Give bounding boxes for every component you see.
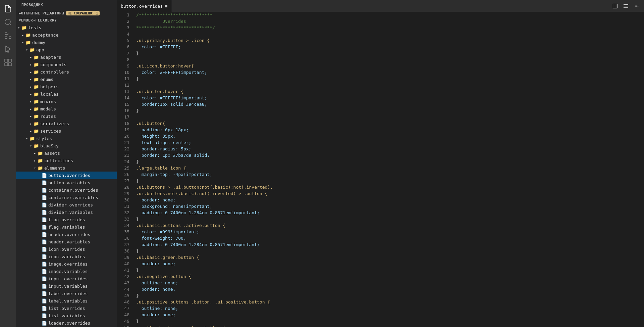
tree-item-list-overrides[interactable]: 📄 list.overrides (16, 305, 117, 312)
extensions-icon[interactable] (2, 56, 14, 68)
code-line-40: border: none; (136, 261, 639, 267)
tree-item-controllers[interactable]: ▸ 📁 controllers (16, 68, 117, 76)
tree-arrow-mixins: ▸ (28, 99, 34, 104)
tree-item-collections[interactable]: ▸ 📁 collections (16, 157, 117, 164)
tree-item-label-variables[interactable]: 📄 label.variables (16, 297, 117, 305)
code-content[interactable]: /**************************** Overrides*… (133, 12, 639, 327)
tree-item-routes[interactable]: ▸ 📁 routes (16, 112, 117, 120)
tree-item-image-variables[interactable]: 📄 image.variables (16, 268, 117, 275)
tree-arrow-collections: ▸ (32, 158, 38, 163)
line-number-27: 27 (117, 178, 129, 184)
svg-point-2 (9, 37, 11, 39)
line-number-16: 16 (117, 107, 129, 114)
project-name: EMBER-FLEXBERRY (21, 18, 57, 22)
tree-item-image-overrides[interactable]: 📄 image.overrides (16, 260, 117, 268)
tree-arrow-serializers: ▸ (28, 121, 34, 126)
search-icon[interactable] (2, 16, 14, 28)
line-number-40: 40 (117, 261, 129, 267)
tree-item-acceptance[interactable]: ▸ 📁 acceptance (16, 31, 117, 39)
tree-item-locales[interactable]: ▸ 📁 locales (16, 90, 117, 98)
source-control-icon[interactable] (2, 30, 14, 42)
line-number-19: 19 (117, 127, 129, 133)
tree-icon-button-overrides: 📄 (42, 173, 47, 178)
tree-icon-input-variables: 📄 (42, 283, 47, 289)
line-number-29: 29 (117, 190, 129, 197)
tree-arrow-elements: ▾ (32, 165, 38, 171)
tree-item-app[interactable]: ▾ 📁 app (16, 46, 117, 53)
tree-item-styles[interactable]: ▾ 📁 styles (16, 135, 117, 142)
tab-button-overrides[interactable]: button.overrides (117, 0, 172, 12)
code-line-38: } (136, 248, 639, 254)
tree-item-flag-variables[interactable]: 📄 flag.variables (16, 223, 117, 231)
tree-item-divider-overrides[interactable]: 📄 divider.overrides (16, 201, 117, 208)
tree-icon-app: 📁 (30, 47, 35, 52)
tree-label-assets: assets (44, 151, 60, 156)
tree-icon-components: 📁 (34, 62, 39, 67)
tree-arrow-flag-variables (36, 224, 42, 230)
tree-label-acceptance: acceptance (32, 33, 58, 38)
tree-icon-header-overrides: 📄 (42, 232, 47, 237)
tree-arrow-bluesky: ▾ (28, 143, 34, 148)
tree-item-container-overrides[interactable]: 📄 container.overrides (16, 186, 117, 194)
code-line-45: } (136, 292, 639, 299)
tree-item-input-overrides[interactable]: 📄 input.overrides (16, 275, 117, 282)
line-number-4: 4 (117, 31, 129, 37)
code-line-17 (136, 114, 639, 120)
tree-arrow-label-overrides (36, 291, 42, 296)
line-number-46: 46 (117, 299, 129, 305)
tree-icon-controllers: 📁 (34, 69, 39, 75)
tree-icon-dummy: 📁 (25, 40, 31, 45)
tree-item-helpers[interactable]: ▸ 📁 helpers (16, 83, 117, 90)
toggle-panel-button[interactable] (621, 1, 631, 11)
tree-item-container-variables[interactable]: 📄 container.variables (16, 194, 117, 201)
tree-item-models[interactable]: ▸ 📁 models (16, 105, 117, 112)
line-number-11: 11 (117, 76, 129, 82)
open-editors-section[interactable]: ▶ ОТКРЫТЫЕ РЕДАКТОРЫ НЕ СОХРАНЕНО: 1 (16, 10, 117, 17)
tree-item-adapters[interactable]: ▸ 📁 adapters (16, 53, 117, 61)
line-number-14: 14 (117, 95, 129, 101)
tree-item-button-overrides[interactable]: 📄 button.overrides (16, 172, 117, 179)
tree-item-input-variables[interactable]: 📄 input.variables (16, 282, 117, 290)
tree-label-serializers: serializers (40, 121, 69, 126)
tree-item-header-overrides[interactable]: 📄 header.overrides (16, 231, 117, 238)
line-number-49: 49 (117, 318, 129, 324)
tree-item-serializers[interactable]: ▸ 📁 serializers (16, 120, 117, 127)
tree-item-loader-overrides[interactable]: 📄 loader.overrides (16, 319, 117, 327)
tree-item-enums[interactable]: ▸ 📁 enums (16, 76, 117, 83)
more-actions-button[interactable] (632, 1, 641, 11)
explorer-icon[interactable] (2, 3, 14, 15)
tree-item-button-variables[interactable]: 📄 button.variables (16, 179, 117, 186)
tree-icon-divider-variables: 📄 (42, 209, 47, 215)
tree-item-components[interactable]: ▸ 📁 components (16, 61, 117, 68)
project-section[interactable]: ▼ EMBER-FLEXBERRY (16, 17, 117, 24)
line-number-26: 26 (117, 171, 129, 178)
tree-item-divider-variables[interactable]: 📄 divider.variables (16, 208, 117, 216)
tree-item-bluesky[interactable]: ▾ 📁 blueSky (16, 142, 117, 149)
tree-item-list-variables[interactable]: 📄 list.variables (16, 312, 117, 319)
split-editor-button[interactable] (610, 1, 620, 11)
run-debug-icon[interactable] (2, 43, 14, 55)
tree-item-dummy[interactable]: ▾ 📁 dummy (16, 39, 117, 46)
tree-item-mixins[interactable]: ▸ 📁 mixins (16, 98, 117, 105)
tree-item-services[interactable]: ▸ 📁 services (16, 127, 117, 135)
svg-point-11 (635, 5, 636, 6)
code-line-15: border:1px solid #94cea8; (136, 101, 639, 107)
tree-item-header-variables[interactable]: 📄 header.variables (16, 238, 117, 245)
tree-item-label-overrides[interactable]: 📄 label.overrides (16, 290, 117, 297)
tree-item-icon-variables[interactable]: 📄 icon.variables (16, 253, 117, 260)
tree-item-icon-overrides[interactable]: 📄 icon.overrides (16, 245, 117, 253)
tree-arrow-styles: ▾ (24, 136, 30, 141)
tree-label-bluesky: blueSky (40, 143, 59, 148)
tree-item-flag-overrides[interactable]: 📄 flag.overrides (16, 216, 117, 223)
scrollbar[interactable] (639, 12, 644, 327)
tree-icon-list-variables: 📄 (42, 313, 47, 318)
tree-icon-container-overrides: 📄 (42, 187, 47, 193)
tree-item-elements[interactable]: ▾ 📁 elements (16, 164, 117, 172)
tree-arrow-controllers: ▸ (28, 69, 34, 75)
line-number-36: 36 (117, 235, 129, 241)
tree-label-services: services (40, 129, 61, 134)
svg-point-6 (7, 51, 9, 52)
tree-arrow-image-variables (36, 269, 42, 274)
tree-item-assets[interactable]: ▸ 📁 assets (16, 149, 117, 157)
tree-item-tests[interactable]: ▾ 📁 tests (16, 24, 117, 31)
